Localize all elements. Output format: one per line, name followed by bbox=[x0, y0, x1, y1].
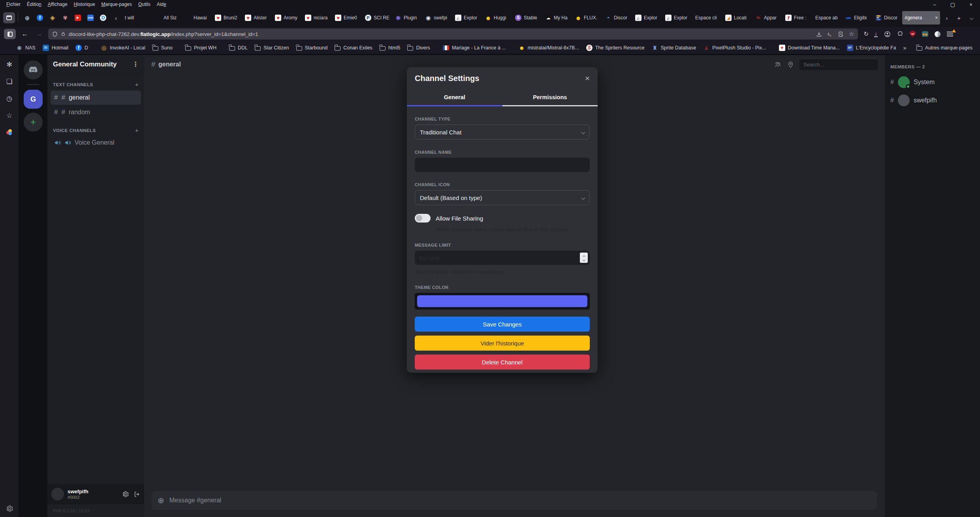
dictionary-icon[interactable]: A? bbox=[838, 31, 844, 37]
bookmarks-icon[interactable]: ☆ bbox=[6, 112, 12, 119]
channel-name-input[interactable] bbox=[415, 158, 590, 172]
forward-button[interactable]: → bbox=[34, 30, 44, 38]
bookmark-item[interactable]: ☻mistralai/Mixtral-8x7B... bbox=[516, 43, 582, 53]
tab[interactable]: ◭Explor bbox=[453, 11, 483, 25]
tab[interactable]: Espace cli bbox=[693, 11, 723, 25]
close-tab-icon[interactable]: × bbox=[935, 15, 938, 21]
server-header[interactable]: General Community ⋮ bbox=[47, 55, 144, 74]
ai-chatbot-icon[interactable]: ✻ bbox=[6, 61, 12, 68]
tab[interactable]: ☻Huggi bbox=[483, 11, 513, 25]
screenshot-tool-icon[interactable]: ❏ bbox=[6, 78, 12, 85]
tab[interactable]: fFree : bbox=[783, 11, 813, 25]
channel-item-random[interactable]: ##random bbox=[51, 105, 141, 119]
menu-item[interactable]: Édition bbox=[24, 1, 45, 8]
bookmark-item[interactable]: Conan Exiles bbox=[332, 43, 375, 52]
bookmark-item[interactable]: ⊕NAS bbox=[13, 43, 38, 53]
tab[interactable]: Discor bbox=[873, 11, 901, 25]
bookmark-item[interactable]: Projet WH bbox=[182, 43, 219, 52]
bookmark-item[interactable]: Divers bbox=[404, 43, 433, 52]
menu-item[interactable]: Aide bbox=[154, 1, 169, 8]
creature-pinned-tab[interactable]: ✾ bbox=[62, 15, 68, 21]
shield-icon[interactable] bbox=[52, 31, 58, 37]
theme-color-picker[interactable] bbox=[415, 293, 590, 309]
minimize-button[interactable]: – bbox=[925, 2, 944, 8]
pin-location-icon[interactable] bbox=[787, 61, 794, 68]
member-row-system[interactable]: #System bbox=[885, 73, 980, 91]
tab[interactable]: ♥niciara bbox=[303, 11, 333, 25]
tab[interactable]: ☻FLUX. bbox=[573, 11, 603, 25]
tab[interactable]: ❃Plugin bbox=[393, 11, 423, 25]
bookmark-item[interactable]: ♟PixelPlush Studio - Pix... bbox=[700, 43, 769, 53]
diamond-pinned-tab[interactable]: ◈ bbox=[49, 15, 56, 21]
bookmark-item[interactable]: DDL bbox=[226, 43, 250, 52]
tab[interactable]: adnEligibi bbox=[843, 11, 873, 25]
bookmarks-overflow-button[interactable]: » bbox=[897, 44, 912, 51]
bookmark-item[interactable]: ♜Sprite Database bbox=[649, 43, 699, 53]
history-icon[interactable]: ◷ bbox=[6, 95, 12, 102]
tab-general[interactable]: General bbox=[407, 90, 502, 106]
tab[interactable]: Espace ab bbox=[813, 11, 843, 25]
lock-icon[interactable] bbox=[61, 31, 66, 37]
extensions-puzzle-icon[interactable] bbox=[897, 31, 903, 37]
robot-extension-icon[interactable] bbox=[922, 31, 928, 37]
delete-channel-button[interactable]: Delete Channel bbox=[415, 355, 590, 370]
bookmark-item[interactable]: SThe Spriters Resource bbox=[583, 43, 647, 53]
logout-icon[interactable] bbox=[134, 491, 140, 498]
tab[interactable]: ◓Discor bbox=[603, 11, 633, 25]
file-sharing-toggle[interactable] bbox=[415, 214, 431, 223]
bookmark-star-icon[interactable]: ☆ bbox=[849, 30, 854, 38]
tab[interactable]: All Siz bbox=[152, 11, 182, 25]
extension-sphere-icon[interactable] bbox=[935, 31, 940, 37]
maximize-button[interactable]: ▢ bbox=[944, 2, 962, 8]
menu-item[interactable]: Outils bbox=[135, 1, 154, 8]
save-changes-button[interactable]: Save Changes bbox=[415, 317, 590, 332]
menu-item[interactable]: Historique bbox=[71, 1, 98, 8]
tab[interactable]: ☁My Ha bbox=[543, 11, 573, 25]
clear-history-button[interactable]: Vider l'historique bbox=[415, 336, 590, 351]
url-bar[interactable]: discord-like-php-chat-7262.dev.flatlogic… bbox=[48, 28, 858, 40]
tab[interactable]: Hawai bbox=[182, 11, 213, 25]
menu-item[interactable]: Marque-pages bbox=[98, 1, 135, 8]
tab[interactable]: SLAppar bbox=[753, 11, 783, 25]
tab[interactable]: PSCI RE bbox=[363, 11, 393, 25]
add-voice-channel-button[interactable]: + bbox=[135, 127, 139, 134]
bookmark-item[interactable]: html5 bbox=[377, 43, 403, 52]
menu-item[interactable]: Affichage bbox=[45, 1, 71, 8]
bookmark-item[interactable]: EFL'Encyclopédie Fantast... bbox=[844, 43, 896, 53]
tab[interactable]: ♥Alister bbox=[243, 11, 273, 25]
server-icon-general-community[interactable]: G bbox=[24, 90, 43, 109]
tab[interactable]: ♥Aromy bbox=[273, 11, 303, 25]
voice-channel-item[interactable]: Voice General bbox=[47, 136, 144, 149]
channel-icon-select[interactable]: Default (Based on type) bbox=[415, 190, 590, 205]
tab[interactable]: ◉swefpi bbox=[423, 11, 453, 25]
tab[interactable]: ◭Explor bbox=[633, 11, 663, 25]
active-tab[interactable]: #genera × bbox=[902, 11, 940, 25]
message-input[interactable]: ⊕ Message #general bbox=[151, 491, 877, 510]
tab[interactable]: ♥Emie0 bbox=[333, 11, 363, 25]
youtube-pinned-tab[interactable]: ▶ bbox=[75, 15, 81, 21]
firefox-view-button[interactable] bbox=[3, 12, 15, 23]
translate-icon[interactable]: Aa bbox=[827, 31, 833, 37]
discord-home-button[interactable] bbox=[24, 60, 43, 79]
bookmark-item[interactable]: ✉Hotmail bbox=[40, 43, 71, 53]
colorways-icon[interactable] bbox=[6, 129, 13, 137]
add-text-channel-button[interactable]: + bbox=[135, 81, 139, 88]
tab[interactable]: ◢Locati bbox=[723, 11, 753, 25]
bookmark-item[interactable]: ◎InvokeAI - Local bbox=[98, 43, 148, 53]
tab[interactable]: SStable bbox=[513, 11, 543, 25]
server-menu-icon[interactable]: ⋮ bbox=[132, 60, 139, 68]
other-bookmarks-folder[interactable]: Autres marque-pages bbox=[914, 43, 975, 52]
tab-permissions[interactable]: Permissions bbox=[502, 90, 598, 106]
menu-item[interactable]: Fichier bbox=[3, 1, 24, 8]
add-server-button[interactable]: + bbox=[24, 113, 43, 132]
scroll-tabs-right-button[interactable]: › bbox=[942, 15, 952, 21]
member-row-swefpifh[interactable]: #swefpifh bbox=[885, 91, 980, 109]
sidebar-settings-gear-icon[interactable] bbox=[6, 505, 13, 512]
user-settings-gear-icon[interactable] bbox=[122, 491, 129, 498]
ublock-origin-icon[interactable]: U0 bbox=[910, 31, 916, 37]
save-page-icon[interactable] bbox=[816, 31, 822, 37]
app-menu-icon[interactable] bbox=[947, 32, 953, 36]
search-input[interactable]: Search... bbox=[799, 59, 878, 70]
scroll-tabs-left-button[interactable]: ‹ bbox=[111, 15, 121, 21]
downloads-icon[interactable]: ↓ bbox=[874, 31, 878, 37]
